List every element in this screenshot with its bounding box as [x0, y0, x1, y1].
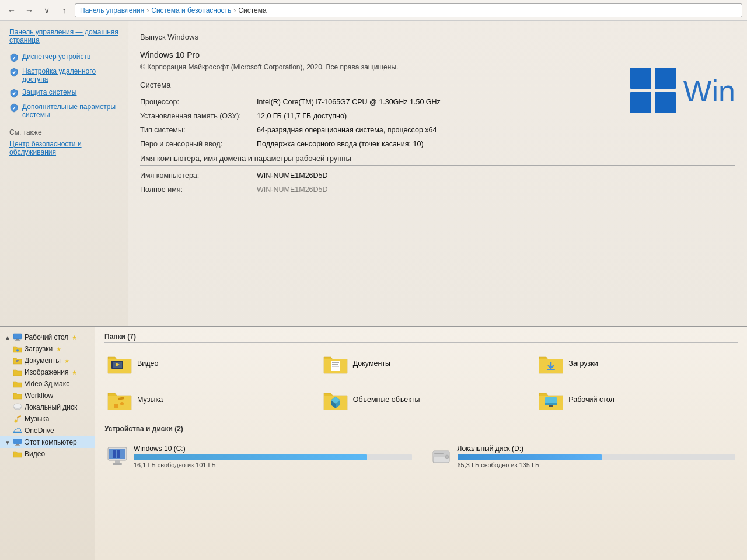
up-button[interactable]: ↑: [57, 4, 71, 18]
advanced-settings-label: Дополнительные параметры системы: [22, 103, 118, 119]
explorer-window: ▲ Рабочий стол ★ Загрузки ★: [0, 327, 747, 560]
tree-item-video[interactable]: Видео: [0, 448, 95, 460]
arrow-icon: ▲: [5, 334, 11, 341]
os-type-value: 64-разрядная операционная система, проце…: [257, 126, 437, 134]
c-drive-free: 16,1 ГБ свободно из 101 ГБ: [134, 461, 412, 468]
local-disk-icon: [13, 403, 22, 411]
svg-rect-30: [549, 405, 553, 407]
folder-item-3d[interactable]: Объемные объекты: [320, 386, 522, 413]
d-drive-free: 65,3 ГБ свободно из 135 ГБ: [458, 461, 736, 468]
c-drive-info: Windows 10 (C:) 16,1 ГБ свободно из 101 …: [134, 444, 412, 468]
drives-grid: Windows 10 (C:) 16,1 ГБ свободно из 101 …: [104, 442, 738, 471]
svg-rect-22: [547, 369, 555, 370]
full-name-label: Полное имя:: [140, 186, 257, 194]
folders-section-label: Папки (7): [104, 332, 136, 341]
folder-name-video: Видео: [137, 359, 159, 368]
tree-item-localdisk[interactable]: Локальный диск: [0, 401, 95, 413]
tree-item-video3d[interactable]: Video 3д макс: [0, 378, 95, 390]
processor-label: Процессор:: [140, 98, 257, 106]
device-manager-link[interactable]: Диспетчер устройств: [9, 52, 118, 62]
touch-value: Поддержка сенсорного ввода (точек касани…: [257, 140, 424, 148]
svg-point-10: [13, 404, 22, 408]
svg-rect-31: [547, 407, 554, 407]
video3d-folder-icon: [13, 380, 22, 388]
folder-name-music: Музыка: [137, 396, 163, 404]
music-folder-icon: [107, 388, 132, 411]
c-drive-bar: [134, 454, 412, 460]
this-computer-icon: [13, 438, 22, 446]
tree-label-localdisk: Локальный диск: [25, 403, 77, 411]
desktop-icon: [13, 333, 22, 341]
path-part-1[interactable]: Панель управления: [80, 6, 144, 15]
back-button[interactable]: ←: [5, 4, 19, 18]
computer-name-value: WIN-NUME1M26D5D: [257, 172, 328, 180]
security-center-link[interactable]: Центр безопасности и обслуживания: [9, 140, 118, 156]
path-part-2[interactable]: Система и безопасность: [151, 6, 231, 15]
svg-point-42: [445, 455, 449, 459]
folder-name-downloads: Загрузки: [568, 359, 598, 368]
drive-d[interactable]: Локальный диск (D:) 65,3 ГБ свободно из …: [428, 442, 738, 471]
security-center-label: Центр безопасности и обслуживания: [9, 140, 118, 156]
tree-item-images[interactable]: Изображения ★: [0, 366, 95, 378]
address-bar: ← → ∨ ↑ Панель управления › Система и бе…: [0, 0, 747, 21]
tree-item-this-computer[interactable]: ▼ Этот компьютер: [0, 436, 95, 448]
tree-label-video3d: Video 3д макс: [25, 380, 69, 388]
ram-label: Установленная память (ОЗУ):: [140, 112, 257, 120]
home-link[interactable]: Панель управления — домашняя страница: [9, 28, 118, 44]
shield-icon-4: [9, 103, 19, 113]
folder-item-downloads[interactable]: Загрузки: [536, 350, 738, 377]
svg-rect-12: [13, 439, 22, 444]
folder-item-desktop[interactable]: Рабочий стол: [536, 386, 738, 413]
svg-rect-3: [655, 92, 676, 113]
computer-name-row: Имя компьютера: WIN-NUME1M26D5D: [140, 172, 735, 180]
windows-edition-label: Windows 10 Pro: [140, 50, 735, 60]
tree-item-music[interactable]: Музыка: [0, 413, 95, 425]
svg-rect-0: [630, 68, 651, 89]
window-body: Панель управления — домашняя страница Ди…: [0, 21, 747, 326]
left-panel: Панель управления — домашняя страница Ди…: [0, 21, 128, 326]
svg-rect-35: [117, 450, 120, 454]
touch-row: Перо и сенсорный ввод: Поддержка сенсорн…: [140, 140, 735, 148]
svg-point-11: [15, 420, 18, 423]
folder-item-music[interactable]: Музыка: [104, 386, 306, 413]
advanced-settings-link[interactable]: Дополнительные параметры системы: [9, 103, 118, 119]
svg-rect-14: [15, 445, 20, 446]
folder-item-documents[interactable]: Документы: [320, 350, 522, 377]
video-folder-icon: [107, 352, 132, 374]
tree-item-onedrive[interactable]: OneDrive: [0, 425, 95, 436]
os-type-label: Тип системы:: [140, 126, 257, 134]
address-path: Панель управления › Система и безопаснос…: [75, 4, 742, 18]
folder-item-video[interactable]: Видео: [104, 350, 306, 377]
windows-brand-text: Win: [683, 74, 735, 108]
drives-section-label: Устройства и диски (2): [104, 425, 183, 433]
tree-label-music: Музыка: [25, 415, 49, 423]
svg-point-24: [120, 402, 124, 405]
svg-rect-8: [16, 361, 18, 362]
shield-icon-2: [9, 68, 19, 77]
tree-item-documents[interactable]: Документы ★: [0, 355, 95, 366]
remote-access-link[interactable]: Настройка удаленного доступа: [9, 67, 118, 83]
remote-access-label: Настройка удаленного доступа: [22, 67, 118, 83]
forward-button[interactable]: →: [22, 4, 36, 18]
drive-c[interactable]: Windows 10 (C:) 16,1 ГБ свободно из 101 …: [104, 442, 414, 471]
documents-folder-icon: [13, 356, 22, 365]
d-drive-name: Локальный диск (D:): [458, 444, 736, 453]
svg-point-23: [114, 404, 118, 408]
device-manager-label: Диспетчер устройств: [22, 52, 90, 61]
c-drive-icon: [107, 446, 128, 467]
svg-rect-36: [113, 454, 116, 458]
images-folder-icon: [13, 368, 22, 376]
tree-label-onedrive: OneDrive: [25, 426, 54, 435]
system-protection-link[interactable]: Защита системы: [9, 88, 118, 98]
svg-rect-19: [332, 362, 339, 363]
full-name-value: WIN-NUME1M26D5D: [257, 186, 328, 194]
tree-item-downloads[interactable]: Загрузки ★: [0, 343, 95, 355]
tree-item-desktop[interactable]: ▲ Рабочий стол ★: [0, 331, 95, 343]
music-icon: [13, 415, 22, 423]
dropdown-button[interactable]: ∨: [40, 4, 54, 18]
d-drive-info: Локальный диск (D:) 65,3 ГБ свободно из …: [458, 444, 736, 468]
d-drive-fill: [458, 454, 602, 460]
svg-rect-37: [117, 454, 120, 458]
tree-item-workflow[interactable]: Workflow: [0, 390, 95, 401]
home-link-label: Панель управления — домашняя страница: [9, 28, 118, 44]
